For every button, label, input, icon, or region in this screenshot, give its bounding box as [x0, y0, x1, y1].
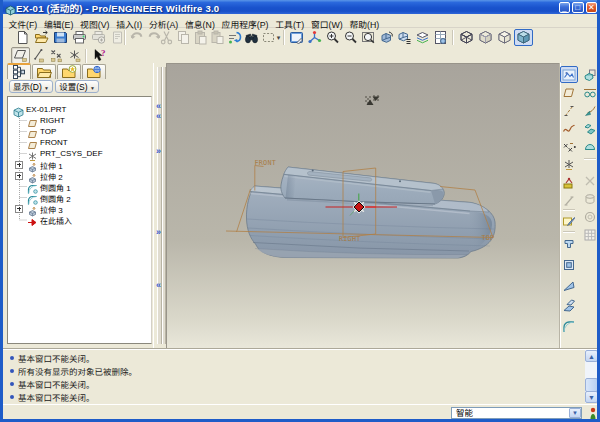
sweep-tool-button[interactable] — [560, 277, 578, 294]
zoom-out-button[interactable] — [341, 29, 360, 46]
scrollbar-thumb[interactable] — [585, 378, 598, 392]
analysis-feature-icon — [562, 176, 576, 190]
scroll-up-icon[interactable]: ▲ — [585, 350, 598, 362]
3d-model-view[interactable]: FRONT RIGHT TOP — [166, 63, 559, 348]
nav-tab-model-tree[interactable] — [7, 63, 31, 79]
blend-tool-button[interactable] — [560, 297, 578, 314]
round-tool-button[interactable] — [560, 318, 578, 335]
message-scrollbar[interactable]: ▲ ▼ — [585, 350, 598, 403]
expander-plus-icon[interactable] — [15, 172, 23, 180]
collapse-arrow-icon[interactable]: « — [156, 102, 161, 110]
tree-row[interactable]: FRONT — [8, 137, 151, 148]
shaded-button[interactable] — [514, 29, 533, 46]
print-setup-icon — [91, 30, 106, 45]
revolve-tool-button[interactable] — [560, 256, 578, 273]
expand-arrow-icon[interactable]: » — [156, 147, 161, 155]
blend-sections-button[interactable] — [581, 120, 599, 137]
window-display-button[interactable] — [287, 29, 306, 46]
settings-dropdown-button[interactable]: 设置(S) ▼ — [55, 80, 99, 93]
tree-row[interactable]: 拉伸 1 — [8, 159, 151, 170]
selection-filter-combo[interactable]: 智能 ▼ — [451, 407, 582, 419]
datum-curve-tool-button[interactable] — [560, 120, 578, 137]
select-box-icon — [261, 30, 276, 45]
zoom-in-button[interactable] — [323, 29, 342, 46]
extrude-cube-button[interactable] — [581, 66, 599, 83]
dropdown-arrow-icon: ▾ — [277, 34, 281, 42]
sweep-arrow-button[interactable] — [581, 102, 599, 119]
revolve-section-button[interactable] — [581, 84, 599, 101]
datum-gray-button[interactable] — [560, 192, 578, 209]
csys-tool-button[interactable] — [560, 156, 578, 173]
boundary-blend-button[interactable] — [581, 138, 599, 155]
point-symbols-toggle-button[interactable] — [47, 47, 66, 64]
shell-gray-button[interactable] — [581, 208, 599, 225]
csys-toggle-button[interactable] — [65, 47, 84, 64]
tree-row[interactable]: PRT_CSYS_DEF — [8, 148, 151, 159]
datum-axes-toggle-button[interactable] — [29, 47, 48, 64]
combo-dropdown-icon[interactable]: ▼ — [569, 408, 581, 418]
expander-plus-icon[interactable] — [15, 161, 23, 169]
tree-row[interactable]: RIGHT — [8, 115, 151, 126]
layers-button[interactable] — [413, 29, 432, 46]
view-manager-button[interactable] — [431, 29, 450, 46]
reorient-button[interactable] — [377, 29, 396, 46]
find-icon — [244, 30, 259, 45]
hidden-line-button[interactable] — [476, 29, 495, 46]
show-dropdown-button[interactable]: 显示(D) ▼ — [9, 80, 53, 93]
graphics-area[interactable]: FRONT RIGHT TOP — [166, 63, 559, 348]
collapse-arrow-icon[interactable]: « — [156, 112, 161, 120]
datum-axes-toggle-icon — [31, 48, 46, 63]
palette-button[interactable] — [560, 66, 578, 83]
navigator-sash[interactable]: « « » » « — [153, 63, 166, 348]
tree-item-label: 在此插入 — [40, 215, 72, 226]
pattern-grid-button[interactable] — [581, 226, 599, 243]
datum-plane-tool-button[interactable] — [560, 84, 578, 101]
tree-row[interactable]: EX-01.PRT — [8, 104, 151, 115]
spin-center-button[interactable] — [305, 29, 324, 46]
tree-row[interactable]: TOP — [8, 126, 151, 137]
print-setup-button[interactable] — [89, 29, 108, 46]
expander-plus-icon[interactable] — [15, 205, 23, 213]
revolve-section-icon — [583, 86, 597, 100]
nav-tab-folder-browser[interactable] — [32, 64, 56, 79]
print-button[interactable] — [70, 29, 89, 46]
maximize-button[interactable]: □ — [572, 2, 584, 13]
datum-planes-toggle-button[interactable] — [11, 47, 30, 64]
tree-row[interactable]: 拉伸 2 — [8, 170, 151, 181]
datum-planes-toggle-icon — [13, 48, 28, 63]
undo-button[interactable] — [127, 29, 146, 46]
context-help-button[interactable]: ? — [90, 47, 109, 64]
hole-gray-button[interactable] — [581, 190, 599, 207]
tree-row[interactable]: 拉伸 3 — [8, 203, 151, 214]
tree-row[interactable]: 倒圆角 1 — [8, 181, 151, 192]
collapse-arrow-icon[interactable]: « — [156, 281, 161, 289]
saved-views-button[interactable] — [395, 29, 414, 46]
toolbar-separator — [563, 231, 575, 233]
nav-tab-favorites[interactable] — [57, 64, 81, 79]
tree-item-label: TOP — [40, 127, 56, 136]
mirror-gray-button[interactable] — [581, 172, 599, 189]
select-box-button[interactable]: ▾ — [259, 29, 282, 46]
paste-icon — [193, 30, 208, 45]
refit-button[interactable] — [359, 29, 378, 46]
save-button[interactable] — [51, 29, 70, 46]
scroll-down-icon[interactable]: ▼ — [585, 391, 598, 403]
open-file-button[interactable] — [32, 29, 51, 46]
minimize-button[interactable]: _ — [559, 2, 571, 13]
title-bar[interactable]: EX-01 (活动的) - Pro/ENGINEER Wildfire 3.0 … — [0, 0, 600, 14]
datum-point-tool-button[interactable] — [560, 138, 578, 155]
tree-row[interactable]: 倒圆角 2 — [8, 192, 151, 203]
extrude-tool-button[interactable] — [560, 234, 578, 251]
tree-row[interactable]: 在此插入 — [8, 214, 151, 225]
close-button[interactable]: ✕ — [586, 2, 598, 13]
wireframe-button[interactable] — [457, 29, 476, 46]
nav-tab-connections[interactable] — [82, 64, 106, 79]
sketch-tool-button[interactable] — [560, 212, 578, 229]
datum-display-toolbar: ? — [3, 47, 597, 63]
expand-arrow-icon[interactable]: » — [156, 228, 161, 236]
datum-axis-tool-button[interactable] — [560, 102, 578, 119]
no-hidden-button[interactable] — [495, 29, 514, 46]
datum-axis-tool-icon — [562, 104, 576, 118]
new-file-button[interactable] — [13, 29, 32, 46]
analysis-feature-button[interactable] — [560, 174, 578, 191]
